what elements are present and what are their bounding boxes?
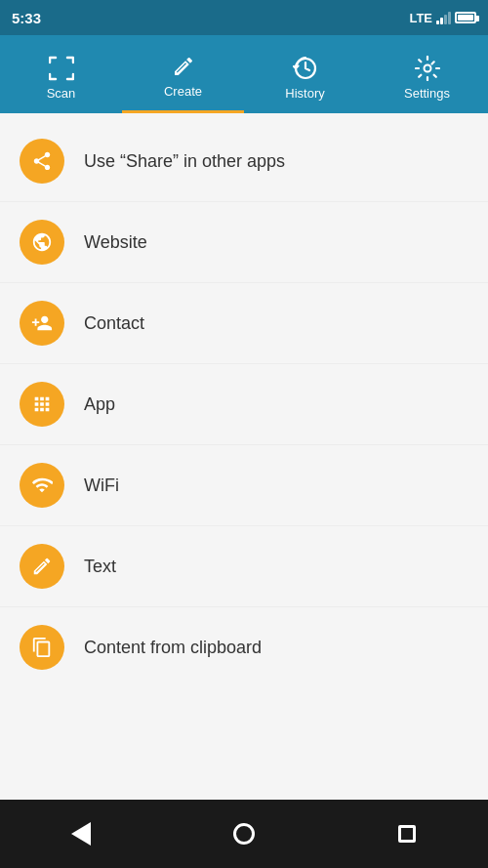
bottom-nav (0, 800, 488, 868)
tab-create[interactable]: Create (122, 35, 244, 113)
tab-history-label: History (285, 86, 324, 101)
contact-icon-circle (20, 301, 64, 346)
lte-label: LTE (409, 11, 432, 25)
menu-item-clipboard[interactable]: Content from clipboard (0, 607, 488, 687)
scan-icon (48, 55, 75, 82)
menu-item-app[interactable]: App (0, 364, 488, 445)
share-icon-circle (20, 139, 64, 184)
wifi-icon-circle (20, 463, 64, 508)
menu-item-website[interactable]: Website (0, 202, 488, 283)
app-label: App (84, 394, 115, 415)
recents-button[interactable] (392, 819, 422, 848)
svg-point-1 (424, 64, 430, 71)
battery-icon (455, 12, 476, 23)
tab-bar: Scan Create History Set (0, 35, 488, 113)
menu-item-share[interactable]: Use “Share” in other apps (0, 121, 488, 202)
contact-label: Contact (84, 313, 144, 334)
app-icon-circle (20, 382, 64, 427)
tab-settings-label: Settings (404, 86, 450, 101)
tab-create-label: Create (164, 84, 202, 99)
status-time: 5:33 (12, 10, 41, 26)
status-bar: 5:33 LTE (0, 0, 488, 35)
back-button[interactable] (66, 819, 96, 848)
clipboard-label: Content from clipboard (84, 638, 262, 658)
menu-item-text[interactable]: Text (0, 526, 488, 607)
settings-icon (414, 55, 441, 82)
text-label: Text (84, 557, 116, 577)
wifi-label: WiFi (84, 475, 119, 496)
tab-scan-label: Scan (47, 86, 76, 101)
menu-item-contact[interactable]: Contact (0, 283, 488, 364)
website-icon-circle (20, 220, 64, 265)
create-icon (170, 53, 197, 80)
tab-scan[interactable]: Scan (0, 35, 122, 113)
text-icon-circle (20, 544, 64, 589)
clipboard-icon-circle (20, 625, 64, 670)
menu-item-wifi[interactable]: WiFi (0, 445, 488, 526)
recents-square-icon (398, 825, 416, 843)
history-icon (292, 55, 319, 82)
share-label: Use “Share” in other apps (84, 151, 285, 172)
content-area: Use “Share” in other apps Website Contac… (0, 113, 488, 800)
home-button[interactable] (229, 819, 259, 848)
tab-settings[interactable]: Settings (366, 35, 488, 113)
back-triangle-icon (71, 822, 91, 846)
status-icons: LTE (409, 11, 476, 25)
website-label: Website (84, 232, 147, 253)
home-circle-icon (233, 823, 255, 845)
signal-icon (436, 11, 451, 24)
tab-history[interactable]: History (244, 35, 366, 113)
